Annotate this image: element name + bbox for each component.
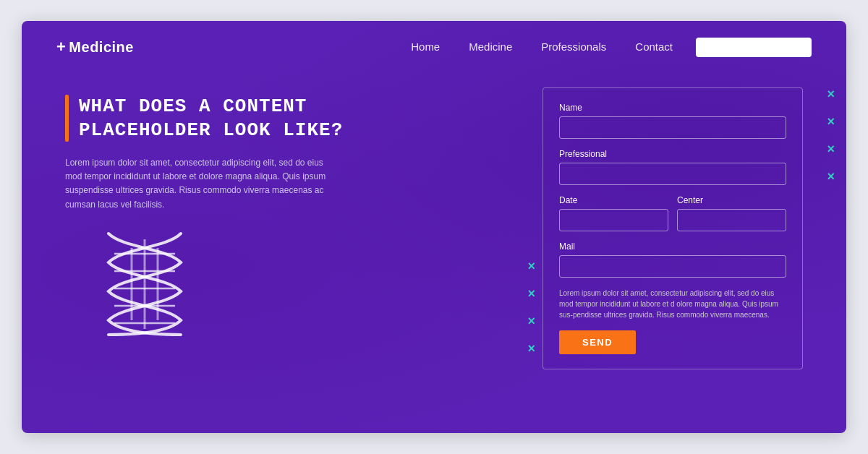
center-group: Center	[677, 195, 786, 231]
professional-label: Prefessional	[559, 149, 786, 159]
date-label: Date	[559, 195, 668, 205]
mail-input[interactable]	[559, 255, 786, 278]
dna-illustration	[65, 226, 224, 342]
hero-body-text: Lorem ipsum dolor sit amet, consectetur …	[65, 156, 340, 212]
browser-frame: + Medicine Home Medicine Professionals C…	[22, 21, 846, 433]
center-input[interactable]	[677, 209, 786, 231]
logo: + Medicine	[56, 38, 134, 56]
professional-group: Prefessional	[559, 149, 786, 185]
name-label: Name	[559, 103, 786, 113]
x-mark-r2: ×	[827, 115, 835, 128]
main-heading: What does a content placeholder look lik…	[79, 95, 343, 142]
x-marks-right: × × × ×	[827, 87, 835, 183]
send-button[interactable]: SEND	[559, 330, 636, 354]
left-section: What does a content placeholder look lik…	[65, 87, 514, 369]
logo-text: Medicine	[69, 39, 134, 56]
nav-contact-link[interactable]: Contact	[635, 40, 673, 53]
date-group: Date	[559, 195, 668, 231]
right-section: × × × × Name Prefessional Date	[542, 87, 803, 369]
heading-line1: What does a content	[79, 95, 307, 117]
x-mark-1: ×	[527, 260, 535, 273]
x-mark-r3: ×	[827, 142, 835, 155]
name-group: Name	[559, 103, 786, 139]
x-mark-4: ×	[527, 342, 535, 355]
x-mark-2: ×	[527, 287, 535, 300]
main-content: What does a content placeholder look lik…	[22, 73, 846, 384]
heading-wrapper: What does a content placeholder look lik…	[65, 95, 514, 142]
heading-line2: placeholder look like?	[79, 119, 343, 141]
form-desc-text: Lorem ipsum dolor sit amet, consectetur …	[559, 288, 786, 320]
x-mark-3: ×	[527, 314, 535, 327]
mail-group: Mail	[559, 241, 786, 278]
contact-form-card: Name Prefessional Date Center	[542, 87, 803, 369]
nav-medicine-link[interactable]: Medicine	[469, 40, 512, 53]
date-center-row: Date Center	[559, 195, 786, 231]
center-label: Center	[677, 195, 786, 205]
x-mark-r4: ×	[827, 170, 835, 183]
search-input[interactable]	[696, 38, 812, 57]
nav-home-link[interactable]: Home	[411, 40, 440, 53]
mail-label: Mail	[559, 241, 786, 252]
orange-bar	[65, 95, 69, 142]
name-input[interactable]	[559, 116, 786, 139]
professional-input[interactable]	[559, 163, 786, 185]
navbar: + Medicine Home Medicine Professionals C…	[22, 21, 846, 73]
x-marks-left: × × × ×	[527, 260, 535, 355]
logo-plus: +	[56, 38, 66, 56]
x-mark-r1: ×	[827, 87, 835, 100]
nav-links: Home Medicine Professionals Contact	[411, 40, 673, 53]
nav-professionals-link[interactable]: Professionals	[541, 40, 606, 53]
date-input[interactable]	[559, 209, 668, 231]
